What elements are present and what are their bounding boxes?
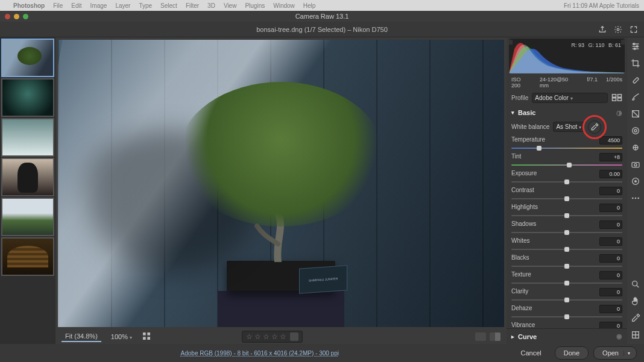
radial-gradient-icon[interactable]	[630, 125, 641, 136]
thumbnail-6[interactable]	[1, 237, 54, 276]
temperature-track[interactable]	[511, 146, 622, 151]
workflow-options-link[interactable]: Adobe RGB (1998) - 8 bit - 6016 x 4016 (…	[181, 350, 339, 357]
crop-icon[interactable]	[630, 58, 641, 69]
plaque-label: SHIMPAKU JUNIPER	[299, 265, 347, 294]
svg-point-21	[632, 198, 634, 199]
edit-sliders-icon[interactable]	[630, 41, 641, 52]
exif-iso: ISO 200	[511, 76, 531, 89]
brush-icon[interactable]	[630, 92, 641, 102]
grid-view-icon[interactable]	[142, 331, 153, 342]
svg-rect-12	[633, 77, 639, 83]
before-after-single-icon[interactable]	[475, 332, 486, 341]
thumbnail-2[interactable]	[1, 78, 54, 117]
presets-icon[interactable]	[630, 176, 641, 187]
blacks-track[interactable]	[511, 264, 622, 269]
profile-select[interactable]: Adobe Color	[532, 93, 608, 103]
shadows-value[interactable]: 0	[599, 220, 622, 229]
basic-section-header[interactable]: ▾ Basic ◑	[507, 105, 627, 120]
menubar-image[interactable]: Image	[90, 2, 107, 9]
color-label-button[interactable]	[290, 332, 298, 341]
menubar-help[interactable]: Help	[303, 2, 316, 9]
profile-browser-icon[interactable]	[611, 93, 622, 102]
cancel-button[interactable]: Cancel	[513, 347, 550, 359]
texture-track[interactable]	[511, 281, 622, 286]
histogram[interactable]: R: 93 G: 110 B: 61	[509, 39, 625, 73]
contrast-value[interactable]: 0	[599, 187, 622, 195]
svg-rect-6	[618, 95, 622, 98]
tint-track[interactable]	[511, 163, 622, 167]
star-2[interactable]: ☆	[254, 332, 261, 341]
clarity-label: Clarity	[511, 288, 528, 296]
open-button[interactable]: Open▾	[593, 346, 637, 360]
star-1[interactable]: ☆	[246, 332, 253, 341]
texture-label: Texture	[511, 271, 531, 279]
clarity-value[interactable]: 0	[599, 288, 622, 296]
white-balance-eyedropper-button[interactable]	[588, 120, 601, 134]
tint-value[interactable]: +8	[599, 153, 622, 161]
thumbnail-1[interactable]	[1, 39, 54, 77]
curve-section-header[interactable]: ▸ Curve ◉	[507, 328, 627, 344]
shadows-track[interactable]	[511, 230, 622, 235]
exposure-value[interactable]: 0.00	[599, 170, 622, 178]
svg-point-11	[634, 48, 636, 50]
contrast-slider: Contrast0	[511, 187, 622, 201]
zoom-fit-button[interactable]: Fit (34.8%)	[62, 331, 101, 342]
star-4[interactable]: ☆	[271, 332, 278, 341]
image-preview[interactable]: SHIMPAKU JUNIPER	[58, 40, 504, 327]
menubar-select[interactable]: Select	[160, 2, 177, 9]
chevron-right-icon: ▸	[511, 334, 514, 340]
menubar-window[interactable]: Window	[273, 2, 295, 9]
zoom-100-button[interactable]: 100%	[107, 332, 136, 342]
linear-gradient-icon[interactable]	[630, 108, 641, 119]
zoom-tool-icon[interactable]	[630, 279, 641, 290]
heal-icon[interactable]	[630, 75, 641, 86]
done-button[interactable]: Done	[555, 346, 589, 360]
exif-aperture: f/7.1	[587, 76, 598, 89]
open-button-more-icon[interactable]: ▾	[623, 351, 634, 356]
whites-slider: Whites0	[511, 237, 622, 252]
menubar-edit[interactable]: Edit	[71, 2, 81, 9]
svg-rect-7	[613, 98, 616, 101]
whites-value[interactable]: 0	[599, 237, 622, 246]
menubar-type[interactable]: Type	[139, 2, 152, 9]
basic-sliders: Temperature 4500 Tint +8 Exposure0.00 Co…	[507, 136, 627, 328]
highlights-track[interactable]	[511, 213, 622, 218]
color-sampler-icon[interactable]	[630, 313, 641, 323]
blacks-value[interactable]: 0	[599, 254, 622, 263]
thumbnail-4[interactable]	[1, 158, 54, 196]
svg-point-14	[633, 128, 639, 134]
svg-point-9	[633, 43, 635, 45]
menubar-view[interactable]: View	[224, 2, 237, 9]
auto-icon[interactable]: ◑	[616, 109, 622, 117]
menubar-layer[interactable]: Layer	[115, 2, 130, 9]
dehaze-value[interactable]: 0	[599, 305, 622, 313]
thumbnail-3[interactable]	[1, 118, 54, 157]
before-after-split-icon[interactable]	[490, 332, 500, 341]
exposure-track[interactable]	[511, 179, 622, 184]
white-balance-select[interactable]: As Shot	[553, 122, 584, 132]
hand-tool-icon[interactable]	[630, 296, 641, 307]
menubar-plugins[interactable]: Plugins	[245, 2, 265, 9]
clarity-track[interactable]	[511, 298, 622, 302]
redeye-icon[interactable]	[630, 142, 641, 153]
star-5[interactable]: ☆	[280, 332, 286, 341]
highlights-value[interactable]: 0	[599, 204, 622, 212]
more-icon[interactable]	[630, 193, 641, 204]
profile-label: Profile	[511, 95, 528, 101]
thumbnail-5[interactable]	[1, 198, 54, 236]
svg-point-23	[637, 198, 639, 199]
menubar-3d[interactable]: 3D	[207, 2, 215, 9]
basic-section-title: Basic	[518, 109, 535, 116]
star-3[interactable]: ☆	[263, 332, 270, 341]
whites-track[interactable]	[511, 247, 622, 252]
grid-icon[interactable]	[630, 329, 641, 340]
texture-value[interactable]: 0	[599, 271, 622, 279]
temperature-value[interactable]: 4500	[599, 136, 622, 145]
menubar-file[interactable]: File	[53, 2, 63, 9]
curve-visibility-icon[interactable]: ◉	[616, 332, 622, 340]
contrast-track[interactable]	[511, 196, 622, 201]
vibrance-value[interactable]: 0	[599, 322, 622, 328]
menubar-filter[interactable]: Filter	[186, 2, 199, 9]
dehaze-track[interactable]	[511, 314, 622, 319]
snapshot-icon[interactable]	[630, 159, 641, 170]
